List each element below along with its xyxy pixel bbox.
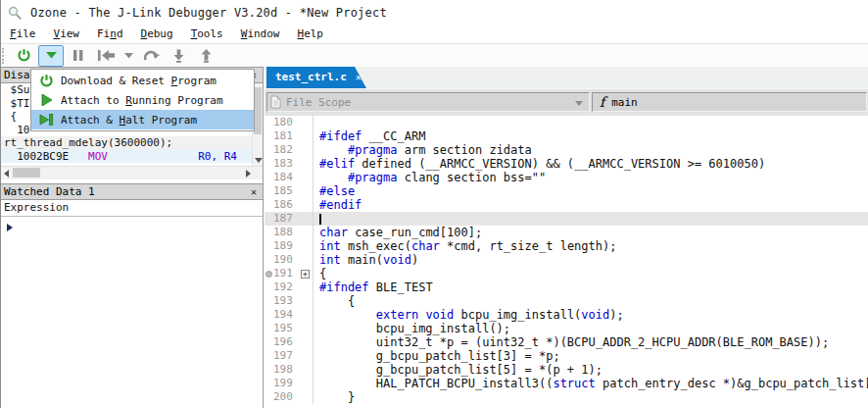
- watched-data-pane-header[interactable]: Watched Data 1 ✕: [1, 183, 263, 200]
- fold-margin[interactable]: [300, 212, 313, 226]
- fold-margin[interactable]: [300, 171, 313, 184]
- fold-margin[interactable]: [300, 184, 313, 198]
- code-line[interactable]: 193 {: [265, 294, 868, 308]
- fold-margin[interactable]: [300, 129, 313, 143]
- code-line[interactable]: 191+{: [265, 267, 868, 280]
- breakpoint-margin[interactable]: [265, 390, 273, 404]
- menu-view[interactable]: View: [45, 26, 89, 43]
- disassembly-horizontal-scrollbar[interactable]: [1, 166, 263, 179]
- scrollbar-thumb[interactable]: [13, 168, 40, 178]
- function-dropdown[interactable]: f main: [592, 92, 867, 112]
- breakpoint-margin[interactable]: [265, 363, 273, 377]
- fold-margin[interactable]: [300, 349, 313, 363]
- breakpoint-margin[interactable]: [265, 157, 273, 171]
- code-line[interactable]: 186#endif: [265, 198, 868, 212]
- breakpoint-margin[interactable]: [265, 267, 273, 280]
- tab-test-ctrl-c[interactable]: test_ctrl.c✕: [266, 67, 366, 88]
- fold-margin[interactable]: [300, 280, 313, 294]
- code-line[interactable]: 197 g_bcpu_patch_list[3] = *p;: [265, 349, 868, 363]
- breakpoint-margin[interactable]: [265, 308, 273, 322]
- watched-data-list[interactable]: [1, 217, 263, 334]
- breakpoint-margin[interactable]: [265, 239, 273, 253]
- code-line[interactable]: 198 g_bcpu_patch_list[5] = *(p + 1);: [265, 363, 868, 377]
- tab-close-icon[interactable]: ✕: [356, 72, 362, 82]
- new-expression-marker-icon[interactable]: [7, 224, 13, 231]
- code-line[interactable]: 192#ifndef BLE_TEST: [265, 280, 868, 294]
- breakpoint-margin[interactable]: [265, 322, 273, 335]
- code-line[interactable]: 181#ifdef __CC_ARM: [265, 129, 868, 143]
- fold-margin[interactable]: [300, 294, 313, 308]
- fold-margin[interactable]: [300, 390, 313, 404]
- session-dropdown-button[interactable]: [38, 45, 64, 67]
- menu-find[interactable]: Find: [88, 26, 132, 43]
- scroll-left-icon[interactable]: [4, 170, 9, 178]
- step-into-button[interactable]: [166, 45, 191, 67]
- code-line[interactable]: 187: [265, 212, 868, 226]
- breakpoint-margin[interactable]: [265, 253, 273, 267]
- scroll-right-icon[interactable]: [246, 170, 251, 178]
- breakpoint-margin[interactable]: [265, 212, 273, 226]
- code-line[interactable]: 185#else: [265, 184, 868, 198]
- menu-tools[interactable]: Tools: [182, 26, 232, 43]
- breakpoint-margin[interactable]: [265, 184, 273, 198]
- disassembly-line[interactable]: 1002BC9E MOVR0, R4: [1, 150, 263, 164]
- scroll-down-icon[interactable]: [255, 158, 263, 163]
- fold-margin[interactable]: [300, 226, 313, 239]
- reset-dropdown-button[interactable]: [121, 45, 136, 67]
- breakpoint-margin[interactable]: [265, 129, 273, 143]
- menu-help[interactable]: Help: [289, 26, 333, 43]
- reset-button[interactable]: [93, 45, 119, 67]
- breakpoint-margin[interactable]: [265, 116, 273, 129]
- power-button[interactable]: [11, 45, 36, 67]
- breakpoint-margin[interactable]: [265, 335, 273, 349]
- menu-window[interactable]: Window: [232, 26, 289, 43]
- breakpoint-margin[interactable]: [265, 198, 273, 212]
- fold-margin[interactable]: +: [300, 267, 313, 280]
- code-line[interactable]: 200 }: [265, 390, 868, 404]
- code-line[interactable]: 189int msh_exec(char *cmd, rt_size_t len…: [265, 239, 868, 253]
- disassembly-line[interactable]: rt_thread_mdelay(3600000);: [1, 136, 263, 150]
- fold-margin[interactable]: [300, 335, 313, 349]
- breakpoint-margin[interactable]: [265, 349, 273, 363]
- code-line[interactable]: 190int main(void): [265, 253, 868, 267]
- fold-margin[interactable]: [300, 363, 313, 377]
- fold-margin[interactable]: [300, 143, 313, 157]
- scrollbar-thumb[interactable]: [254, 87, 262, 134]
- code-view[interactable]: 180181#ifdef __CC_ARM182 #pragma arm sec…: [265, 116, 868, 408]
- step-over-button[interactable]: [138, 45, 164, 67]
- fold-margin[interactable]: [300, 239, 313, 253]
- menu-debug[interactable]: Debug: [132, 26, 182, 43]
- watched-data-close-icon[interactable]: ✕: [251, 184, 257, 199]
- fold-margin[interactable]: [300, 377, 313, 390]
- step-out-button[interactable]: [193, 45, 218, 67]
- fold-margin[interactable]: [300, 308, 313, 322]
- fold-margin[interactable]: [300, 322, 313, 335]
- menu-item-download-reset-program[interactable]: Download & Reset Program: [31, 71, 254, 90]
- fold-margin[interactable]: [300, 116, 313, 129]
- fold-expand-icon[interactable]: +: [301, 270, 310, 279]
- breakpoint-margin[interactable]: [265, 377, 273, 390]
- menu-item-attach-halt-program[interactable]: Attach & Halt Program: [31, 110, 254, 129]
- file-scope-dropdown[interactable]: File Scope: [266, 92, 590, 112]
- code-line[interactable]: 188char case_run_cmd[100];: [265, 226, 868, 239]
- fold-margin[interactable]: [300, 157, 313, 171]
- code-line[interactable]: 195 bcpu_img_install();: [265, 322, 868, 335]
- code-line[interactable]: 184 #pragma clang section bss="": [265, 171, 868, 184]
- breakpoint-margin[interactable]: [265, 226, 273, 239]
- expression-column-header[interactable]: Expression: [1, 200, 263, 217]
- breakpoint-margin[interactable]: [265, 143, 273, 157]
- code-line[interactable]: 180: [265, 116, 868, 129]
- breakpoint-margin[interactable]: [265, 280, 273, 294]
- code-line[interactable]: 182 #pragma arm section zidata: [265, 143, 868, 157]
- fold-margin[interactable]: [300, 198, 313, 212]
- fold-margin[interactable]: [300, 253, 313, 267]
- menu-item-attach-to-running-program[interactable]: Attach to Running Program: [31, 90, 254, 110]
- breakpoint-margin[interactable]: [265, 294, 273, 308]
- code-line[interactable]: 199 HAL_PATCH_BCPU_install3((struct patc…: [265, 377, 868, 390]
- code-line[interactable]: 194 extern void bcpu_img_install(void);: [265, 308, 868, 322]
- pause-button[interactable]: [66, 45, 91, 67]
- breakpoint-dot-icon[interactable]: [265, 271, 272, 278]
- toolbar-grip[interactable]: [2, 48, 10, 64]
- breakpoint-margin[interactable]: [265, 171, 273, 184]
- code-line[interactable]: 196 uint32_t *p = (uint32_t *)(BCPU_ADDR…: [265, 335, 868, 349]
